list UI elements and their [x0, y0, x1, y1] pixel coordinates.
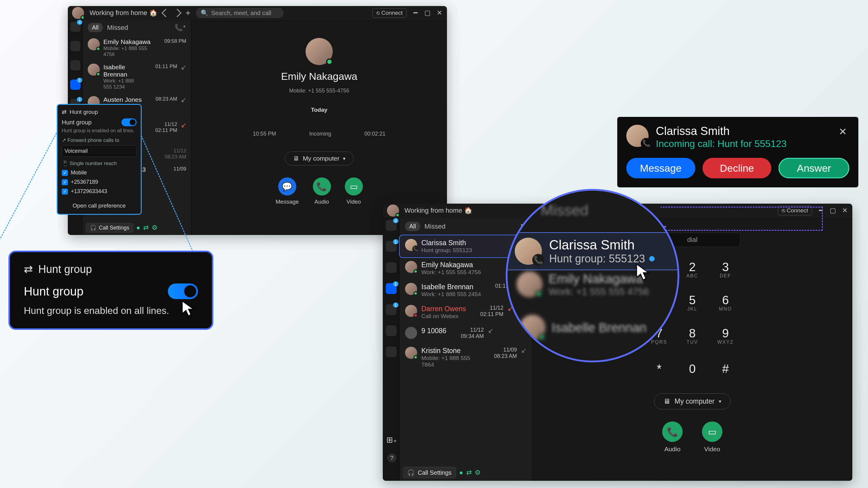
nav-contacts-icon[interactable]	[70, 60, 81, 70]
snr-item[interactable]: ✓Mobile	[62, 170, 136, 176]
filter-all[interactable]: All	[405, 222, 420, 231]
call-history-dial-icon[interactable]: 📞⁺	[175, 24, 186, 32]
zoom-callout: Missed 📞 Clarissa Smith Hunt group: 5551…	[506, 189, 679, 362]
forward-destination-select[interactable]: Voicemail	[62, 145, 136, 157]
snr-label: Single number reach	[70, 161, 117, 166]
nav-teams-icon[interactable]	[70, 41, 81, 51]
snr-icon: 📱	[62, 161, 68, 166]
computer-icon: 🖥	[663, 397, 670, 405]
nav-messaging-icon[interactable]: 4	[70, 22, 81, 32]
call-settings-button[interactable]: 🎧 Call Settings	[403, 467, 456, 478]
help-icon[interactable]: ?	[387, 453, 397, 463]
filter-missed[interactable]: Missed	[424, 223, 445, 230]
footer-huntgroup-icon[interactable]: ⇄	[143, 224, 149, 232]
device-selector[interactable]: 🖥 My computer ▾	[654, 393, 731, 410]
nav-whiteboard-icon[interactable]	[386, 325, 397, 336]
contact-detail-pane: Emily Nakagawa Mobile: +1 555 555-4756 T…	[191, 20, 447, 235]
audio-call-button[interactable]: 📞Audio	[313, 177, 331, 205]
presence-dot-icon	[649, 256, 655, 261]
connect-button[interactable]: ⎋ Connect	[373, 8, 407, 18]
forward-icon: ↗	[62, 137, 66, 143]
video-call-button[interactable]: ▭Video	[345, 177, 363, 205]
audio-call-button[interactable]: 📞Audio	[662, 421, 683, 453]
key-5[interactable]: 5JKL	[678, 289, 706, 316]
nav-calling-icon[interactable]: 1	[70, 79, 81, 90]
key-hash[interactable]: #	[712, 355, 739, 383]
caller-avatar: 📞	[626, 125, 649, 147]
toast-decline-button[interactable]: Decline	[703, 158, 772, 178]
call-history-item[interactable]: 9 10086 11/1209:34 AM ↙	[400, 323, 532, 343]
open-call-preference-link[interactable]: Open call preference	[62, 200, 136, 212]
key-8[interactable]: 8TUV	[678, 322, 706, 350]
key-6[interactable]: 6MNO	[712, 289, 739, 316]
call-settings-button[interactable]: 🎧 Call Settings	[86, 223, 133, 233]
key-9[interactable]: 9WXYZ	[712, 322, 739, 350]
new-tab-plus-icon[interactable]: +	[186, 8, 190, 18]
nav-calling-icon[interactable]: 1	[386, 283, 397, 294]
status-text[interactable]: Working from home 🏠	[90, 9, 157, 17]
key-2[interactable]: 2ABC	[678, 255, 706, 283]
self-avatar[interactable]	[72, 7, 84, 19]
toast-message-button[interactable]: Message	[626, 158, 695, 178]
call-history-item[interactable]: Kristin StoneMobile: +1 888 555 7864 11/…	[400, 343, 532, 372]
footer-status-icon[interactable]: ●	[459, 469, 463, 477]
message-icon: 💬	[278, 177, 296, 195]
footer-huntgroup-icon[interactable]: ⇄	[466, 469, 472, 477]
filter-all[interactable]: All	[88, 23, 103, 32]
handset-icon: 📞	[313, 177, 331, 195]
huntgroup-toggle[interactable]	[121, 119, 136, 126]
incoming-arrow-icon: ↙	[521, 347, 527, 355]
incoming-call-toast: 📞 Clarissa Smith Incoming call: Hunt for…	[617, 117, 858, 187]
nav-more-icon[interactable]	[386, 347, 397, 357]
key-0[interactable]: 0	[678, 355, 706, 383]
self-avatar[interactable]	[387, 204, 399, 217]
window-maximize-icon[interactable]: ▢	[424, 10, 431, 16]
hunt-heading: Hunt group	[38, 263, 92, 275]
contact-avatar[interactable]	[306, 38, 333, 65]
call-history-item[interactable]: Isabelle BrennanWork: +1 888 555 1234 01…	[83, 61, 191, 93]
toast-answer-button[interactable]: Answer	[778, 158, 849, 178]
window-maximize-icon[interactable]: ▢	[830, 207, 836, 214]
footer-voicemail-icon[interactable]: ⚙	[475, 469, 481, 477]
filter-missed[interactable]: Missed	[107, 24, 128, 32]
app-hub-icon[interactable]: ⊞₊	[387, 435, 397, 445]
nav-forward-icon[interactable]	[173, 9, 181, 17]
missed-arrow-icon: ↙	[181, 121, 186, 129]
huntgroup-toggle-label: Hunt group	[62, 119, 92, 126]
device-selector[interactable]: 🖥 My computer ▾	[285, 152, 353, 165]
computer-icon: 🖥	[293, 155, 299, 162]
status-text[interactable]: Working from home 🏠	[404, 207, 472, 215]
nav-messaging-icon[interactable]: 4	[386, 220, 397, 231]
window-close-icon[interactable]: ✕	[436, 10, 443, 16]
key-3[interactable]: 3DEF	[712, 255, 739, 283]
hunt-toggle[interactable]	[168, 284, 198, 299]
snr-item[interactable]: ✓+25367189	[62, 179, 136, 185]
incoming-arrow-icon: ↙	[181, 96, 186, 104]
nav-teams-icon[interactable]: 1	[386, 241, 397, 252]
video-call-button[interactable]: ▭Video	[702, 421, 722, 453]
call-history-item[interactable]: Emily NakagawaMobile: +1 888 555 4756 09…	[83, 35, 191, 61]
window-close-icon[interactable]: ✕	[841, 207, 848, 214]
key-star[interactable]: *	[645, 355, 673, 383]
close-icon[interactable]: ✕	[836, 125, 849, 138]
nav-meetings-icon[interactable]: 1	[386, 304, 397, 315]
footer-mic-icon[interactable]: ●	[136, 224, 140, 232]
nav-back-icon[interactable]	[161, 9, 170, 17]
nav-contacts-icon[interactable]	[386, 262, 397, 273]
contact-number: Mobile: +1 555 555-4756	[289, 88, 349, 94]
headset-icon: 🎧	[407, 469, 415, 476]
contact-avatar: 📞	[515, 238, 542, 265]
hunt-toggle-label: Hunt group	[24, 285, 84, 298]
message-button[interactable]: 💬Message	[276, 177, 299, 205]
snr-item[interactable]: ✓+13729633443	[62, 188, 136, 195]
today-heading: Today	[311, 107, 328, 113]
incoming-arrow-icon: ↙	[488, 327, 493, 335]
global-search[interactable]: 🔍 Search, meet, and call	[196, 8, 284, 18]
window-minimize-icon[interactable]: ━	[412, 10, 418, 16]
handset-icon: 📞	[662, 421, 683, 442]
incoming-phone-icon: 📞	[532, 254, 544, 266]
popover-title: Hunt group	[70, 109, 98, 116]
footer-voicemail-icon[interactable]: ⚙	[152, 224, 158, 232]
chevron-down-icon: ▾	[343, 156, 345, 161]
cursor-icon	[635, 263, 651, 282]
